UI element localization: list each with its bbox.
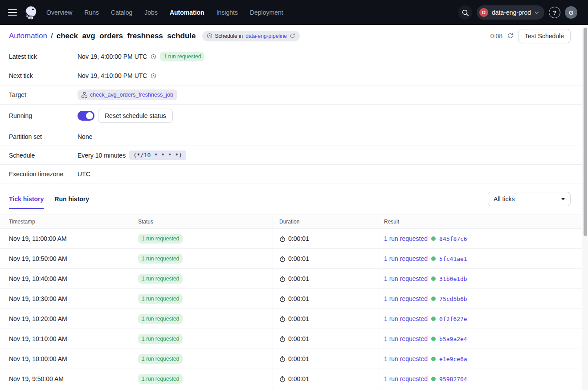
status-badge: 1 run requested	[138, 234, 183, 244]
tab-run-history[interactable]: Run history	[54, 195, 89, 209]
runs-requested-link[interactable]: 1 run requested	[384, 315, 428, 322]
reload-location-icon[interactable]	[290, 33, 295, 39]
run-success-dot-icon	[431, 297, 436, 301]
tick-filter-select[interactable]: All ticks	[488, 192, 571, 206]
hamburger-menu-icon[interactable]	[8, 9, 17, 16]
runs-requested-link[interactable]: 1 run requested	[384, 295, 428, 302]
tab-tick-history[interactable]: Tick history	[9, 195, 44, 209]
help-button[interactable]: ?	[549, 7, 560, 18]
table-header-row: Timestamp Status Duration Result	[0, 215, 582, 229]
nav-item-deployment[interactable]: Deployment	[250, 9, 283, 16]
run-id-link[interactable]: b5a9a2e4	[439, 336, 467, 342]
run-success-dot-icon	[431, 337, 436, 341]
detail-label: Schedule	[0, 146, 72, 164]
status-badge: 1 run requested	[138, 354, 183, 364]
nav-item-insights[interactable]: Insights	[216, 9, 238, 16]
stopwatch-icon	[279, 376, 286, 382]
tick-duration: 0:00:01	[288, 295, 309, 302]
nav-item-runs[interactable]: Runs	[84, 9, 99, 16]
runs-requested-link[interactable]: 1 run requested	[384, 375, 428, 382]
runs-requested-link[interactable]: 1 run requested	[384, 355, 428, 362]
detail-label: Next tick	[0, 66, 72, 85]
reset-schedule-status-button[interactable]: Reset schedule status	[98, 109, 173, 123]
run-id-link[interactable]: 845f87c6	[439, 236, 467, 242]
stopwatch-icon	[279, 356, 286, 362]
target-job-link[interactable]: check_avg_orders_freshness_job	[90, 92, 173, 98]
detail-row-latest-tick: Latest tick Nov 19, 4:00:00 PM UTC 1 run…	[0, 47, 582, 66]
stopwatch-icon	[279, 336, 286, 342]
question-mark-icon: ?	[553, 9, 556, 16]
tick-timestamp: Nov 19, 10:50:00 AM	[9, 255, 67, 262]
run-id-link[interactable]: 75cd5b6b	[439, 296, 467, 302]
timezone-value: UTC	[78, 171, 90, 178]
detail-label: Latest tick	[0, 47, 72, 66]
run-success-dot-icon	[431, 236, 436, 241]
runs-requested-link[interactable]: 1 run requested	[384, 235, 428, 242]
tick-timestamp: Nov 19, 10:10:00 AM	[9, 335, 67, 342]
schedule-badge-prefix: Schedule in	[215, 33, 243, 39]
run-id-link[interactable]: 5fc41ae1	[439, 256, 467, 262]
scrollbar-thumb[interactable]	[584, 28, 587, 236]
nav-item-jobs[interactable]: Jobs	[144, 9, 158, 16]
status-badge: 1 run requested	[138, 274, 183, 284]
column-header-duration: Duration	[273, 215, 379, 228]
table-row: Nov 19, 11:00:00 AM 1 run requested 0:00…	[0, 229, 582, 249]
deployment-initial-badge: D	[479, 8, 488, 17]
detail-row-target: Target check_avg_orders_freshness_job	[0, 85, 582, 105]
run-id-link[interactable]: 95982704	[439, 376, 467, 382]
stopwatch-icon	[279, 236, 286, 242]
running-toggle[interactable]	[78, 111, 94, 121]
refresh-icon[interactable]	[507, 32, 514, 39]
tick-duration: 0:00:01	[288, 275, 309, 282]
breadcrumb-bar: Automation / check_avg_orders_freshness_…	[0, 25, 582, 47]
latest-tick-status-badge: 1 run requested	[160, 52, 204, 61]
repo-link[interactable]: data-eng-pipeline	[245, 33, 287, 39]
nav-item-automation[interactable]: Automation	[170, 9, 204, 16]
nav-item-catalog[interactable]: Catalog	[111, 9, 132, 16]
search-button[interactable]	[458, 5, 472, 20]
test-schedule-button[interactable]: Test Schedule	[518, 29, 571, 43]
breadcrumb-separator: /	[51, 32, 53, 41]
table-row: Nov 19, 10:10:00 AM 1 run requested 0:00…	[0, 329, 582, 349]
runs-requested-link[interactable]: 1 run requested	[384, 255, 428, 262]
runs-requested-link[interactable]: 1 run requested	[384, 275, 428, 282]
table-row: Nov 19, 10:30:00 AM 1 run requested 0:00…	[0, 289, 582, 309]
status-badge: 1 run requested	[138, 254, 183, 264]
nav-item-overview[interactable]: Overview	[46, 9, 72, 16]
table-row: Nov 19, 9:50:00 AM 1 run requested 0:00:…	[0, 369, 582, 389]
tick-history-table: Timestamp Status Duration Result Nov 19,…	[0, 215, 582, 389]
history-tabs: Tick history Run history All ticks	[0, 183, 582, 209]
vertical-scrollbar[interactable]	[582, 25, 588, 390]
run-id-link[interactable]: 0f2f627e	[439, 316, 467, 322]
user-avatar[interactable]: G	[565, 6, 577, 19]
clock-icon	[151, 54, 156, 60]
detail-row-next-tick: Next tick Nov 19, 4:10:00 PM UTC	[0, 66, 582, 85]
run-id-link[interactable]: e1e9ce6a	[439, 356, 467, 362]
breadcrumb-automation-link[interactable]: Automation	[9, 32, 47, 41]
tick-timestamp: Nov 19, 10:20:00 AM	[9, 315, 67, 322]
run-id-link[interactable]: 31b0e1db	[439, 276, 467, 282]
target-job-chip[interactable]: check_avg_orders_freshness_job	[78, 89, 177, 100]
detail-row-partition-set: Partition set None	[0, 127, 582, 146]
dagster-logo-icon[interactable]	[23, 5, 38, 20]
status-badge: 1 run requested	[138, 314, 183, 324]
top-nav: Overview Runs Catalog Jobs Automation In…	[0, 0, 588, 25]
stopwatch-icon	[279, 296, 286, 302]
tick-duration: 0:00:01	[288, 255, 309, 262]
status-badge: 1 run requested	[138, 294, 183, 304]
tick-duration: 0:00:01	[288, 315, 309, 322]
tick-duration: 0:00:01	[288, 355, 309, 362]
run-success-dot-icon	[431, 317, 436, 321]
table-row: Nov 19, 10:00:00 AM 1 run requested 0:00…	[0, 349, 582, 369]
deployment-switcher[interactable]: D data-eng-prod	[477, 5, 544, 20]
stopwatch-icon	[279, 256, 286, 262]
tick-duration: 0:00:01	[288, 335, 309, 342]
runs-requested-link[interactable]: 1 run requested	[384, 335, 428, 342]
detail-row-running: Running Reset schedule status	[0, 105, 582, 127]
schedule-repo-badge: Schedule in data-eng-pipeline	[202, 31, 300, 41]
detail-label: Execution timezone	[0, 165, 72, 183]
table-row: Nov 19, 10:50:00 AM 1 run requested 0:00…	[0, 249, 582, 269]
table-row: Nov 19, 10:20:00 AM 1 run requested 0:00…	[0, 309, 582, 329]
page-body: Automation / check_avg_orders_freshness_…	[0, 25, 588, 390]
tick-duration: 0:00:01	[288, 375, 309, 382]
